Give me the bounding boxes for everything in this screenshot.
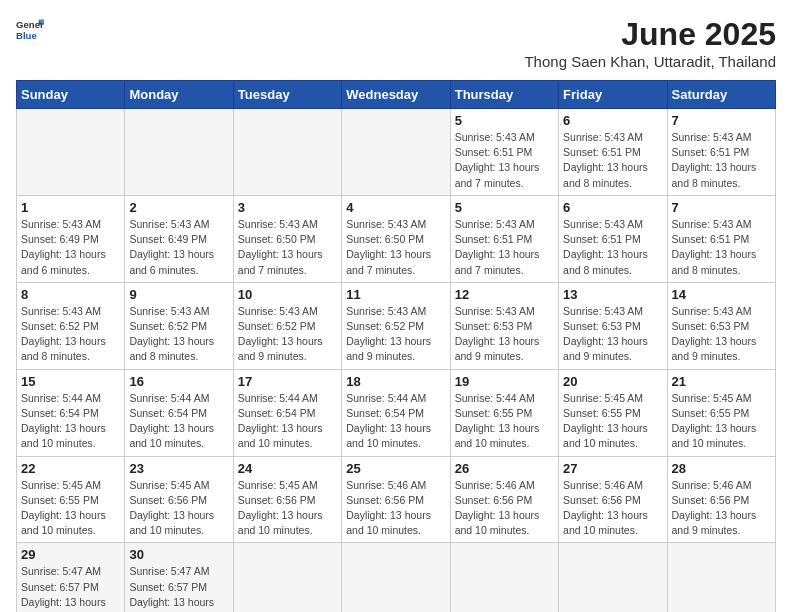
day-7b: 7 Sunrise: 5:43 AMSunset: 6:51 PMDayligh…: [667, 195, 775, 282]
header-tuesday: Tuesday: [233, 81, 341, 109]
subtitle: Thong Saen Khan, Uttaradit, Thailand: [524, 53, 776, 70]
day-22: 22 Sunrise: 5:45 AMSunset: 6:55 PMDaylig…: [17, 456, 125, 543]
title-area: June 2025 Thong Saen Khan, Uttaradit, Th…: [524, 16, 776, 70]
header-saturday: Saturday: [667, 81, 775, 109]
day-27: 27 Sunrise: 5:46 AMSunset: 6:56 PMDaylig…: [559, 456, 667, 543]
empty-cell: [450, 543, 558, 612]
day-7: 7 Sunrise: 5:43 AMSunset: 6:51 PMDayligh…: [667, 109, 775, 196]
logo-icon: General Blue: [16, 16, 44, 44]
empty-cell: [125, 109, 233, 196]
empty-cell: [342, 543, 450, 612]
day-5: 5 Sunrise: 5:43 AMSunset: 6:51 PMDayligh…: [450, 109, 558, 196]
day-13: 13 Sunrise: 5:43 AMSunset: 6:53 PMDaylig…: [559, 282, 667, 369]
day-18: 18 Sunrise: 5:44 AMSunset: 6:54 PMDaylig…: [342, 369, 450, 456]
svg-text:Blue: Blue: [16, 30, 37, 41]
header-wednesday: Wednesday: [342, 81, 450, 109]
calendar-week-5: 29 Sunrise: 5:47 AMSunset: 6:57 PMDaylig…: [17, 543, 776, 612]
day-17: 17 Sunrise: 5:44 AMSunset: 6:54 PMDaylig…: [233, 369, 341, 456]
calendar-week-2: 8 Sunrise: 5:43 AMSunset: 6:52 PMDayligh…: [17, 282, 776, 369]
day-14: 14 Sunrise: 5:43 AMSunset: 6:53 PMDaylig…: [667, 282, 775, 369]
day-19: 19 Sunrise: 5:44 AMSunset: 6:55 PMDaylig…: [450, 369, 558, 456]
day-11: 11 Sunrise: 5:43 AMSunset: 6:52 PMDaylig…: [342, 282, 450, 369]
calendar-week-4: 22 Sunrise: 5:45 AMSunset: 6:55 PMDaylig…: [17, 456, 776, 543]
day-24: 24 Sunrise: 5:45 AMSunset: 6:56 PMDaylig…: [233, 456, 341, 543]
calendar-week-1: 5 Sunrise: 5:43 AMSunset: 6:51 PMDayligh…: [17, 109, 776, 196]
empty-cell: [667, 543, 775, 612]
day-25: 25 Sunrise: 5:46 AMSunset: 6:56 PMDaylig…: [342, 456, 450, 543]
day-12: 12 Sunrise: 5:43 AMSunset: 6:53 PMDaylig…: [450, 282, 558, 369]
day-9: 9 Sunrise: 5:43 AMSunset: 6:52 PMDayligh…: [125, 282, 233, 369]
logo: General Blue: [16, 16, 44, 44]
day-5b: 5 Sunrise: 5:43 AMSunset: 6:51 PMDayligh…: [450, 195, 558, 282]
empty-cell: [233, 109, 341, 196]
day-8: 8 Sunrise: 5:43 AMSunset: 6:52 PMDayligh…: [17, 282, 125, 369]
page-header: General Blue June 2025 Thong Saen Khan, …: [16, 16, 776, 70]
day-4: 4 Sunrise: 5:43 AMSunset: 6:50 PMDayligh…: [342, 195, 450, 282]
day-2: 2 Sunrise: 5:43 AMSunset: 6:49 PMDayligh…: [125, 195, 233, 282]
day-26: 26 Sunrise: 5:46 AMSunset: 6:56 PMDaylig…: [450, 456, 558, 543]
header-thursday: Thursday: [450, 81, 558, 109]
header-sunday: Sunday: [17, 81, 125, 109]
day-21: 21 Sunrise: 5:45 AMSunset: 6:55 PMDaylig…: [667, 369, 775, 456]
calendar-table: Sunday Monday Tuesday Wednesday Thursday…: [16, 80, 776, 612]
day-10: 10 Sunrise: 5:43 AMSunset: 6:52 PMDaylig…: [233, 282, 341, 369]
empty-cell: [233, 543, 341, 612]
day-16: 16 Sunrise: 5:44 AMSunset: 6:54 PMDaylig…: [125, 369, 233, 456]
day-29: 29 Sunrise: 5:47 AMSunset: 6:57 PMDaylig…: [17, 543, 125, 612]
calendar-week-3: 15 Sunrise: 5:44 AMSunset: 6:54 PMDaylig…: [17, 369, 776, 456]
main-title: June 2025: [524, 16, 776, 53]
day-15: 15 Sunrise: 5:44 AMSunset: 6:54 PMDaylig…: [17, 369, 125, 456]
day-20: 20 Sunrise: 5:45 AMSunset: 6:55 PMDaylig…: [559, 369, 667, 456]
day-28: 28 Sunrise: 5:46 AMSunset: 6:56 PMDaylig…: [667, 456, 775, 543]
day-3: 3 Sunrise: 5:43 AMSunset: 6:50 PMDayligh…: [233, 195, 341, 282]
day-6: 6 Sunrise: 5:43 AMSunset: 6:51 PMDayligh…: [559, 109, 667, 196]
empty-cell: [342, 109, 450, 196]
calendar-week-row1: 1 Sunrise: 5:43 AMSunset: 6:49 PMDayligh…: [17, 195, 776, 282]
empty-cell: [17, 109, 125, 196]
empty-cell: [559, 543, 667, 612]
calendar-header-row: Sunday Monday Tuesday Wednesday Thursday…: [17, 81, 776, 109]
day-6b: 6 Sunrise: 5:43 AMSunset: 6:51 PMDayligh…: [559, 195, 667, 282]
day-30: 30 Sunrise: 5:47 AMSunset: 6:57 PMDaylig…: [125, 543, 233, 612]
day-23: 23 Sunrise: 5:45 AMSunset: 6:56 PMDaylig…: [125, 456, 233, 543]
header-monday: Monday: [125, 81, 233, 109]
day-1: 1 Sunrise: 5:43 AMSunset: 6:49 PMDayligh…: [17, 195, 125, 282]
header-friday: Friday: [559, 81, 667, 109]
